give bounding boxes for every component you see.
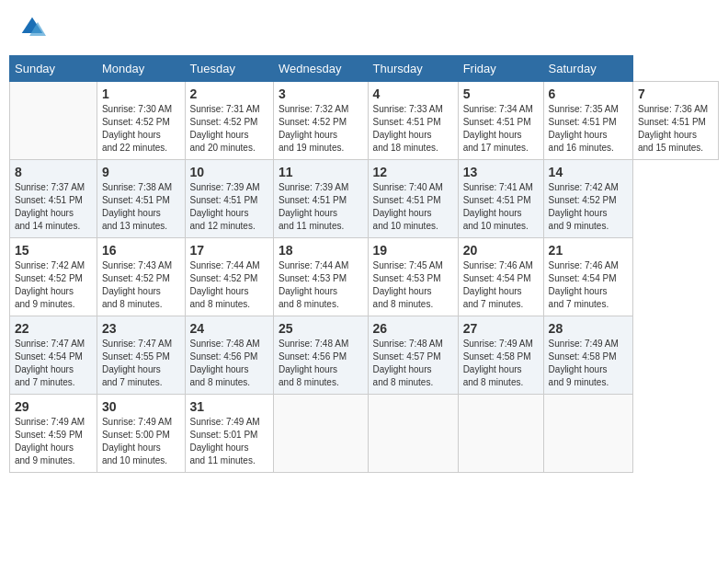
calendar-day-cell <box>368 395 458 473</box>
calendar-day-cell: 3Sunrise: 7:32 AMSunset: 4:52 PMDaylight… <box>274 82 369 160</box>
calendar-week-row: 1Sunrise: 7:30 AMSunset: 4:52 PMDaylight… <box>10 82 719 160</box>
day-number: 25 <box>279 321 363 336</box>
calendar-day-cell: 22Sunrise: 7:47 AMSunset: 4:54 PMDayligh… <box>10 316 97 395</box>
calendar-day-cell: 15Sunrise: 7:42 AMSunset: 4:52 PMDayligh… <box>10 238 97 316</box>
day-number: 4 <box>373 86 453 101</box>
calendar-day-cell: 5Sunrise: 7:34 AMSunset: 4:51 PMDaylight… <box>458 82 543 160</box>
calendar-day-cell: 18Sunrise: 7:44 AMSunset: 4:53 PMDayligh… <box>274 238 369 316</box>
day-number: 27 <box>463 321 539 336</box>
day-number: 2 <box>190 86 269 101</box>
calendar-day-cell: 25Sunrise: 7:48 AMSunset: 4:56 PMDayligh… <box>274 316 369 395</box>
day-number: 20 <box>463 243 539 258</box>
calendar-day-cell: 1Sunrise: 7:30 AMSunset: 4:52 PMDaylight… <box>97 82 185 160</box>
day-info: Sunrise: 7:44 AMSunset: 4:52 PMDaylight … <box>190 259 269 311</box>
calendar-day-header: Tuesday <box>185 56 274 82</box>
calendar-week-row: 8Sunrise: 7:37 AMSunset: 4:51 PMDaylight… <box>10 160 719 238</box>
day-number: 24 <box>190 321 269 336</box>
day-info: Sunrise: 7:49 AMSunset: 5:01 PMDaylight … <box>190 416 269 467</box>
calendar-day-cell: 28Sunrise: 7:49 AMSunset: 4:58 PMDayligh… <box>543 316 632 395</box>
calendar-day-cell: 12Sunrise: 7:40 AMSunset: 4:51 PMDayligh… <box>368 160 458 238</box>
day-number: 30 <box>102 399 180 414</box>
logo-icon <box>18 14 46 41</box>
day-number: 14 <box>549 165 628 179</box>
calendar-day-cell: 4Sunrise: 7:33 AMSunset: 4:51 PMDaylight… <box>368 82 458 160</box>
calendar-day-cell: 19Sunrise: 7:45 AMSunset: 4:53 PMDayligh… <box>368 238 458 316</box>
day-info: Sunrise: 7:42 AMSunset: 4:52 PMDaylight … <box>549 181 628 233</box>
calendar-day-cell <box>274 395 369 473</box>
day-number: 1 <box>102 86 180 101</box>
calendar-day-cell: 27Sunrise: 7:49 AMSunset: 4:58 PMDayligh… <box>458 316 543 395</box>
day-info: Sunrise: 7:48 AMSunset: 4:57 PMDaylight … <box>373 338 453 389</box>
calendar-day-cell: 8Sunrise: 7:37 AMSunset: 4:51 PMDaylight… <box>10 160 97 238</box>
day-info: Sunrise: 7:46 AMSunset: 4:54 PMDaylight … <box>463 259 539 311</box>
calendar-day-header: Friday <box>458 56 543 82</box>
day-number: 10 <box>190 165 269 179</box>
day-info: Sunrise: 7:47 AMSunset: 4:54 PMDaylight … <box>15 338 92 389</box>
day-info: Sunrise: 7:37 AMSunset: 4:51 PMDaylight … <box>15 181 92 233</box>
day-number: 9 <box>102 165 180 179</box>
day-info: Sunrise: 7:41 AMSunset: 4:51 PMDaylight … <box>463 181 539 233</box>
day-info: Sunrise: 7:45 AMSunset: 4:53 PMDaylight … <box>373 259 453 311</box>
day-number: 18 <box>279 243 363 258</box>
day-number: 11 <box>279 165 363 179</box>
day-info: Sunrise: 7:46 AMSunset: 4:54 PMDaylight … <box>549 259 628 311</box>
day-number: 8 <box>15 165 92 179</box>
day-info: Sunrise: 7:48 AMSunset: 4:56 PMDaylight … <box>190 338 269 389</box>
calendar-day-cell: 29Sunrise: 7:49 AMSunset: 4:59 PMDayligh… <box>10 395 97 473</box>
calendar-header-row: SundayMondayTuesdayWednesdayThursdayFrid… <box>10 56 719 82</box>
calendar-day-cell: 30Sunrise: 7:49 AMSunset: 5:00 PMDayligh… <box>97 395 185 473</box>
calendar-day-cell: 26Sunrise: 7:48 AMSunset: 4:57 PMDayligh… <box>368 316 458 395</box>
day-number: 5 <box>463 86 539 101</box>
day-number: 21 <box>549 243 628 258</box>
day-number: 16 <box>102 243 180 258</box>
day-info: Sunrise: 7:31 AMSunset: 4:52 PMDaylight … <box>190 103 269 155</box>
day-number: 15 <box>15 243 92 258</box>
calendar-day-header: Monday <box>97 56 185 82</box>
day-info: Sunrise: 7:33 AMSunset: 4:51 PMDaylight … <box>373 103 453 155</box>
calendar-day-header: Wednesday <box>274 56 369 82</box>
calendar-day-cell: 21Sunrise: 7:46 AMSunset: 4:54 PMDayligh… <box>543 238 632 316</box>
calendar-day-cell: 7Sunrise: 7:36 AMSunset: 4:51 PMDaylight… <box>632 82 718 160</box>
day-info: Sunrise: 7:39 AMSunset: 4:51 PMDaylight … <box>190 181 269 233</box>
day-number: 23 <box>102 321 180 336</box>
calendar-day-cell: 17Sunrise: 7:44 AMSunset: 4:52 PMDayligh… <box>185 238 274 316</box>
calendar-day-cell: 14Sunrise: 7:42 AMSunset: 4:52 PMDayligh… <box>543 160 632 238</box>
day-number: 28 <box>549 321 628 336</box>
day-number: 12 <box>373 165 453 179</box>
day-number: 26 <box>373 321 453 336</box>
day-info: Sunrise: 7:38 AMSunset: 4:51 PMDaylight … <box>102 181 180 233</box>
calendar-day-cell <box>543 395 632 473</box>
calendar-week-row: 29Sunrise: 7:49 AMSunset: 4:59 PMDayligh… <box>10 395 719 473</box>
calendar-week-row: 22Sunrise: 7:47 AMSunset: 4:54 PMDayligh… <box>10 316 719 395</box>
day-info: Sunrise: 7:35 AMSunset: 4:51 PMDaylight … <box>549 103 628 155</box>
calendar-day-cell: 2Sunrise: 7:31 AMSunset: 4:52 PMDaylight… <box>185 82 274 160</box>
logo <box>18 14 50 41</box>
day-info: Sunrise: 7:47 AMSunset: 4:55 PMDaylight … <box>102 338 180 389</box>
day-info: Sunrise: 7:42 AMSunset: 4:52 PMDaylight … <box>15 259 92 311</box>
calendar-day-header: Sunday <box>10 56 97 82</box>
day-info: Sunrise: 7:49 AMSunset: 4:58 PMDaylight … <box>463 338 539 389</box>
calendar-day-cell: 16Sunrise: 7:43 AMSunset: 4:52 PMDayligh… <box>97 238 185 316</box>
day-info: Sunrise: 7:36 AMSunset: 4:51 PMDaylight … <box>638 103 713 155</box>
calendar-day-cell: 11Sunrise: 7:39 AMSunset: 4:51 PMDayligh… <box>274 160 369 238</box>
day-info: Sunrise: 7:49 AMSunset: 5:00 PMDaylight … <box>102 416 180 467</box>
calendar-day-cell: 31Sunrise: 7:49 AMSunset: 5:01 PMDayligh… <box>185 395 274 473</box>
day-number: 3 <box>279 86 363 101</box>
day-number: 22 <box>15 321 92 336</box>
calendar-day-cell: 6Sunrise: 7:35 AMSunset: 4:51 PMDaylight… <box>543 82 632 160</box>
calendar-day-cell: 13Sunrise: 7:41 AMSunset: 4:51 PMDayligh… <box>458 160 543 238</box>
day-number: 17 <box>190 243 269 258</box>
day-info: Sunrise: 7:40 AMSunset: 4:51 PMDaylight … <box>373 181 453 233</box>
day-number: 31 <box>190 399 269 414</box>
calendar-day-cell: 9Sunrise: 7:38 AMSunset: 4:51 PMDaylight… <box>97 160 185 238</box>
page-header <box>9 9 719 46</box>
day-number: 13 <box>463 165 539 179</box>
day-number: 6 <box>549 86 628 101</box>
calendar-day-cell: 24Sunrise: 7:48 AMSunset: 4:56 PMDayligh… <box>185 316 274 395</box>
day-info: Sunrise: 7:44 AMSunset: 4:53 PMDaylight … <box>279 259 363 311</box>
day-info: Sunrise: 7:48 AMSunset: 4:56 PMDaylight … <box>279 338 363 389</box>
calendar-day-cell: 10Sunrise: 7:39 AMSunset: 4:51 PMDayligh… <box>185 160 274 238</box>
calendar-day-header: Thursday <box>368 56 458 82</box>
day-info: Sunrise: 7:32 AMSunset: 4:52 PMDaylight … <box>279 103 363 155</box>
day-info: Sunrise: 7:39 AMSunset: 4:51 PMDaylight … <box>279 181 363 233</box>
